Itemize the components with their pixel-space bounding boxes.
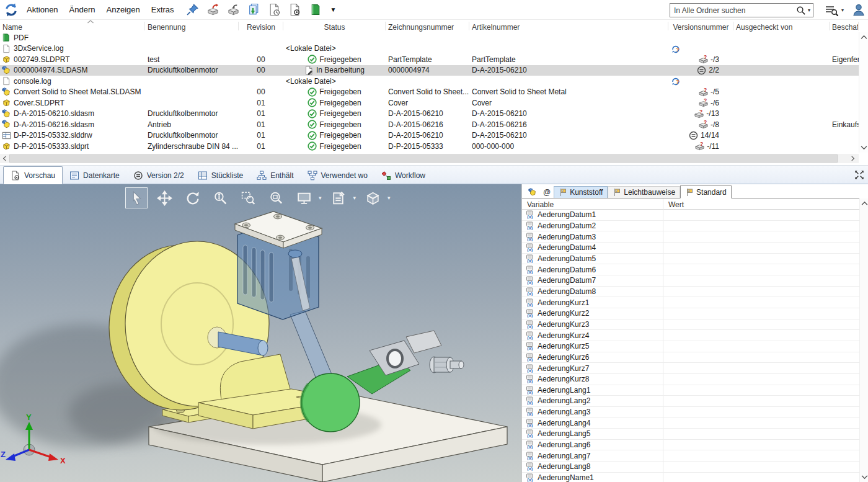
version-history-button[interactable] xyxy=(266,2,283,18)
column-header-versionsnummer[interactable]: Versionsnummer xyxy=(668,20,733,32)
column-header-status[interactable]: Status xyxy=(283,20,386,32)
table-horizontal-scrollbar[interactable] xyxy=(0,154,859,163)
preview-3d-model[interactable]: Y X Z xyxy=(0,184,521,482)
select-tool-button[interactable] xyxy=(125,187,148,208)
pan-tool-button[interactable] xyxy=(153,187,175,208)
variable-row[interactable]: (x)AederungDatum3 xyxy=(522,231,859,243)
variable-row[interactable]: (x)AederungLang6 xyxy=(522,440,859,451)
zoom-in-out-tool-button[interactable] xyxy=(209,187,231,208)
view-orientation-dropdown-caret-icon[interactable]: ▾ xyxy=(388,195,391,201)
user-profile-icon[interactable] xyxy=(852,3,866,17)
expand-panel-icon[interactable] xyxy=(854,169,865,181)
variable-row[interactable]: (x)AederungLang2 xyxy=(522,396,859,407)
variable-row[interactable]: (x)AederungDatum8 xyxy=(522,287,859,298)
tab-workflow[interactable]: Workflow xyxy=(374,167,432,184)
menu-aktionen[interactable]: Aktionen xyxy=(21,2,64,17)
tab-verwendet-wo[interactable]: Verwendet wo xyxy=(301,167,374,184)
table-row[interactable]: Convert Solid to Sheet Metal.SLDASM00Fre… xyxy=(0,87,859,98)
rotate-tool-button[interactable] xyxy=(181,187,203,208)
variable-row[interactable]: (x)AederungLang5 xyxy=(522,429,859,440)
variable-row[interactable]: (x)AederungKurz4 xyxy=(522,330,859,341)
variable-row[interactable]: (x)AederungKurz5 xyxy=(522,341,859,352)
table-row[interactable]: 002749.SLDPRTtest00FreigegebenPartTempla… xyxy=(0,54,859,65)
scroll-down-icon[interactable] xyxy=(861,475,868,480)
scrollbar-thumb[interactable] xyxy=(9,154,838,163)
tab-stückliste[interactable]: Stückliste xyxy=(191,167,250,184)
variable-row[interactable]: (x)AederungKurz8 xyxy=(522,374,859,385)
display-style-tool-button[interactable] xyxy=(293,187,315,208)
search-input[interactable] xyxy=(670,6,796,15)
variable-row[interactable]: (x)AederungDatum1 xyxy=(522,210,859,221)
pin-button[interactable] xyxy=(184,2,201,18)
search-tool-caret-icon[interactable]: ▾ xyxy=(841,7,844,13)
search-tool-icon[interactable] xyxy=(825,4,838,16)
table-row[interactable]: D-P-2015-05333.sldprtZylinderschraube DI… xyxy=(0,141,859,152)
table-row[interactable]: D-A-2015-06210.sldasmDruckluftkolbenmoto… xyxy=(0,109,859,120)
scroll-left-icon[interactable] xyxy=(2,156,7,161)
display-style-dropdown-caret-icon[interactable]: ▾ xyxy=(319,195,322,201)
get-latest-version-button[interactable] xyxy=(246,2,262,18)
variable-row[interactable]: (x)AederungKurz7 xyxy=(522,363,859,374)
variable-row[interactable]: (x)AederungKurz6 xyxy=(522,352,859,364)
column-header-revision[interactable]: Revision xyxy=(239,20,283,32)
table-row[interactable]: D-P-2015-05332.slddrwDruckluftkolbenmoto… xyxy=(0,130,859,141)
search-options-caret-icon[interactable]: ▾ xyxy=(808,7,810,13)
variable-row[interactable]: (x)AederungLang4 xyxy=(522,417,859,429)
check-out-button[interactable] xyxy=(205,2,221,18)
tab-enthält[interactable]: Enthält xyxy=(250,167,300,184)
variable-row[interactable]: (x)AederungLang3 xyxy=(522,407,859,418)
variable-row[interactable]: (x)AederungDatum6 xyxy=(522,264,859,275)
search-icon[interactable] xyxy=(796,6,805,15)
check-in-button[interactable] xyxy=(225,2,242,18)
variable-row[interactable]: (x)AederungLang1 xyxy=(522,385,859,396)
zoom-fit-tool-button[interactable] xyxy=(265,187,287,208)
annotations-dropdown-caret-icon[interactable]: ▾ xyxy=(353,195,356,201)
open-vault-view-button[interactable] xyxy=(307,2,324,18)
variable-row[interactable]: (x)AederungLang7 xyxy=(522,450,859,462)
variables-scrollbar[interactable] xyxy=(859,199,868,482)
tab-vorschau[interactable]: Vorschau xyxy=(3,166,63,184)
preview-viewport[interactable]: Y X Z ▾▾▾ xyxy=(0,184,521,482)
variable-row[interactable]: (x)AederungKurz2 xyxy=(522,308,859,319)
variable-row[interactable]: (x)AederungDatum2 xyxy=(522,221,859,232)
table-row[interactable]: 0000004974.SLDASMDruckluftkolbenmotor00I… xyxy=(0,65,859,76)
menu-anzeigen[interactable]: Anzeigen xyxy=(101,2,146,17)
table-row[interactable]: 3DxService.log<Lokale Datei>? xyxy=(0,43,859,55)
table-row[interactable]: console.log<Lokale Datei>? xyxy=(0,76,859,87)
config-tab-standard[interactable]: Standard xyxy=(680,185,732,199)
column-header-artikelnummer[interactable]: Artikelnummer xyxy=(469,20,668,32)
scroll-right-icon[interactable] xyxy=(850,156,856,161)
config-tab-kunststoff[interactable]: Kunststoff xyxy=(554,186,608,198)
column-header-zeichnungsnummer[interactable]: Zeichnungsnummer xyxy=(386,20,469,32)
annotations-tool-button[interactable] xyxy=(327,187,350,208)
column-header-name[interactable]: Name xyxy=(0,20,145,32)
scroll-up-icon[interactable] xyxy=(861,35,867,40)
scroll-down-icon[interactable] xyxy=(861,145,867,150)
zoom-area-tool-button[interactable] xyxy=(237,187,259,208)
scroll-up-icon[interactable] xyxy=(861,201,868,206)
menu-ändern[interactable]: Ändern xyxy=(64,2,101,17)
table-row[interactable]: Cover.SLDPRT01FreigegebenCoverCover?-/6 xyxy=(0,97,859,109)
config-tab-[interactable]: @ xyxy=(540,186,554,198)
variable-row[interactable]: (x)AederungKurz3 xyxy=(522,319,859,331)
variable-row[interactable]: (x)AederungKurz1 xyxy=(522,297,859,308)
tab-version-2-2[interactable]: Version 2/2 xyxy=(126,167,191,184)
variable-row[interactable]: (x)AederungName1 xyxy=(522,473,859,482)
file-tab[interactable] xyxy=(525,186,540,198)
more-tools-caret-icon[interactable]: ▼ xyxy=(330,6,337,13)
table-vertical-scrollbar[interactable] xyxy=(859,32,868,153)
view-orientation-tool-button[interactable] xyxy=(361,187,384,208)
table-row[interactable]: PDF xyxy=(0,32,859,43)
variable-row[interactable]: (x)AederungDatum5 xyxy=(522,254,859,265)
column-header-ausgecheckt-von[interactable]: Ausgecheckt von xyxy=(733,20,830,32)
variable-row[interactable]: (x)AederungDatum7 xyxy=(522,275,859,287)
table-row[interactable]: D-A-2015-06216.sldasmAntrieb01Freigegebe… xyxy=(0,119,859,130)
preview-document-button[interactable] xyxy=(286,2,303,18)
column-header-beschaff[interactable]: Beschaff xyxy=(830,20,859,32)
variable-row[interactable]: (x)AederungLang8 xyxy=(522,462,859,473)
column-header-benennung[interactable]: Benennung xyxy=(145,20,239,32)
tab-datenkarte[interactable]: Datenkarte xyxy=(63,167,126,184)
menu-extras[interactable]: Extras xyxy=(146,2,180,17)
variable-row[interactable]: (x)AederungDatum4 xyxy=(522,243,859,254)
config-tab-leichtbauweise[interactable]: Leichtbauweise xyxy=(608,186,680,198)
